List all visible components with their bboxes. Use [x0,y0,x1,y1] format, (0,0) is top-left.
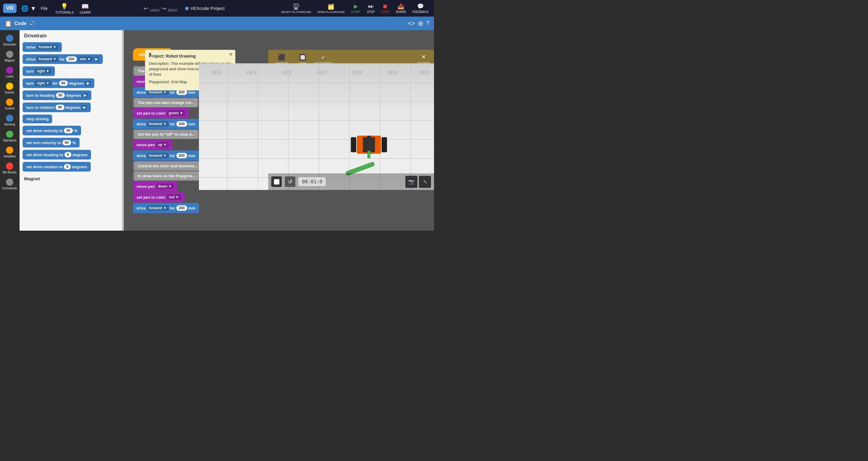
set-drive-heading-block-row: set drive heading to 0 degrees [23,150,119,159]
sidebar-item-operators[interactable]: Operators [1,129,18,144]
sidebar-item-myblocks[interactable]: My Blocks [1,161,18,176]
simulator-controls: ↺ 00:01:0 📷 ⤡ [268,173,434,190]
code-bar: 📋 Code 🔊 <> ⊞ ? [0,17,434,30]
set-turn-velocity-block[interactable]: set turn velocity to 50 % [23,138,80,148]
grid-line [288,63,288,190]
vex-watermark: VEX [418,70,429,76]
sidebar-item-comments[interactable]: Comments [1,177,19,191]
grid-line [380,63,380,190]
simulator-viewport: VEX VEX VEX VEX VEX VEX VEX [199,63,434,190]
help-button[interactable]: ? [426,20,430,27]
select-playground-button[interactable]: 🖥️ SELECT PLAYGROUND [279,2,314,15]
drive-forward-200-4[interactable]: drive forward ▼ for 200 mm [133,203,199,213]
camera-button[interactable]: 📷 [405,176,417,188]
tutorial-content: VEX VEX VEX VEX VEX VEX VEX [268,69,434,190]
sidebar-item-looks[interactable]: Looks [4,65,16,80]
grid-line [319,63,319,190]
vex-watermark: VEX [387,70,398,76]
sidebar: Drivetrain Magnet Looks Events Control S… [0,30,20,230]
file-button[interactable]: File [41,6,48,11]
vex-watermark: VEX [211,70,221,76]
drive-forward-200-block-row: drive forward ▼ for 200 mm ▼ ▶ [23,54,119,64]
drive-forward-block[interactable]: drive forward ▼ [23,42,62,52]
drive-forward-200-block[interactable]: drive forward ▼ for 200 mm ▼ ▶ [23,54,103,64]
move-pen-up-block[interactable]: move pen up ▼ [133,140,173,150]
tutorials-button[interactable]: 💡 TUTORIALS [55,3,74,14]
set-pen-red-block[interactable]: set pen to color red ▼ [133,192,184,202]
stop-button[interactable]: ⏹ STOP [379,2,392,15]
grid-line [258,63,258,190]
turn-right-90-block[interactable]: turn right ▼ for 90 degrees ▶ [23,79,94,88]
sidebar-item-variables[interactable]: Variables [2,145,18,159]
turn-right-90-block-row: turn right ▼ for 90 degrees ▶ [23,79,119,88]
sidebar-item-events[interactable]: Events [4,81,16,96]
stop-square-icon [274,179,279,185]
grid-line [199,101,434,102]
blocks-section-title: Drivetrain [23,33,119,39]
comment-block-2[interactable]: The pen can also change col... [133,98,198,107]
magnet-section-title: Magnet [23,176,119,181]
sim-right-buttons: 📷 ⤡ [405,176,431,188]
turn-to-rotation-block[interactable]: turn to rotation 90 degrees ▶ [23,102,91,112]
sidebar-item-drivetrain[interactable]: Drivetrain [2,33,18,48]
blocks-panel: Drivetrain drive forward ▼ drive forward… [20,30,122,230]
turn-to-heading-block-row: turn to heading 90 degrees ▶ [23,90,119,100]
robot [351,131,387,158]
project-name: VEXcode Project [181,4,229,12]
share-button[interactable]: 📤 SHARE [393,2,408,15]
sidebar-item-sensing[interactable]: Sensing [3,113,17,127]
sidebar-item-control[interactable]: Control [3,97,16,112]
grid-line [199,139,434,140]
feedback-button[interactable]: 💬 FEEDBACK [410,2,431,15]
turn-right-block-row: turn right ▼ [23,66,119,76]
undo-button[interactable]: ↩ [144,5,149,12]
expand-sim-button[interactable]: ⤡ [419,176,431,188]
open-playground-button[interactable]: 🗂️ OPEN PLAYGROUND [315,2,347,15]
comment-block-3[interactable]: Set the pen to "UP" to stop d... [133,130,198,139]
drive-forward-200-2[interactable]: drive forward ▼ for 200 mm [133,119,199,129]
drive-forward-block-row: drive forward ▼ [23,42,119,52]
turn-to-heading-block[interactable]: turn to heading 90 degrees ▶ [23,90,91,100]
turn-right-block[interactable]: turn right ▼ [23,66,55,76]
set-drive-velocity-block-row: set drive velocity to 50 % [23,126,119,135]
stop-sim-button[interactable] [271,176,282,187]
robot-svg [351,131,387,158]
grid-view-button[interactable]: ⊞ [418,20,423,27]
tooltip-close-button[interactable]: ✕ [229,52,233,57]
vex-watermark: VEX [246,70,257,76]
undo-label: UNDO [150,8,160,12]
tutorial-panel: ⬛ EXPAND 🔲 HIDE ✓ ACTIVITIES ✕ CLOSE [268,50,434,190]
speaker-icon[interactable]: 🔊 [29,21,35,26]
comment-block-5[interactable]: to draw lines on the Playgrou... [133,171,199,181]
start-button[interactable]: ▶ START [349,2,363,15]
code-bar-right: <> ⊞ ? [408,20,430,27]
vr-logo[interactable]: VR [3,4,17,13]
undo-redo-group: ↩ UNDO ↪ REDO [144,5,178,12]
drive-forward-200-3[interactable]: drive forward ▼ for 200 mm [133,150,199,161]
main-content: Drivetrain Magnet Looks Events Control S… [0,30,434,230]
code-label: 📋 Code 🔊 [4,20,35,27]
svg-rect-5 [381,137,387,152]
stop-driving-block-row: stop driving [23,115,119,123]
redo-button[interactable]: ↪ [161,5,166,12]
code-view-button[interactable]: <> [408,20,415,27]
grid-line [199,120,434,121]
set-drive-rotation-block-row: set drive rotation to 0 degrees [23,162,119,172]
canvas-area[interactable]: ▼ ✕ Project: Robot Drawing Description: … [124,30,434,230]
move-pen-down-2-block[interactable]: move pen down ▼ [133,181,177,191]
set-drive-heading-block[interactable]: set drive heading to 0 degrees [23,150,91,159]
restart-button[interactable]: ↺ [285,176,296,187]
set-pen-green-block[interactable]: set pen to color green ▼ [133,108,189,118]
comment-block-4[interactable]: Control the color and moveme... [133,161,201,171]
stop-driving-block[interactable]: stop driving [23,115,52,123]
sidebar-item-magnet[interactable]: Magnet [3,49,16,64]
set-drive-rotation-block[interactable]: set drive rotation to 0 degrees [23,162,91,172]
set-turn-velocity-block-row: set turn velocity to 50 % [23,138,119,148]
step-button[interactable]: ⏭ STEP [364,2,377,15]
learn-button[interactable]: 📖 LEARN [80,3,91,14]
globe-button[interactable]: 🌐 ▼ [21,5,36,12]
vex-watermark: VEX [281,70,292,76]
set-drive-velocity-block[interactable]: set drive velocity to 50 % [23,126,81,135]
turn-to-rotation-block-row: turn to rotation 90 degrees ▶ [23,102,119,112]
tooltip-collapse-button[interactable]: ▼ [148,52,153,57]
